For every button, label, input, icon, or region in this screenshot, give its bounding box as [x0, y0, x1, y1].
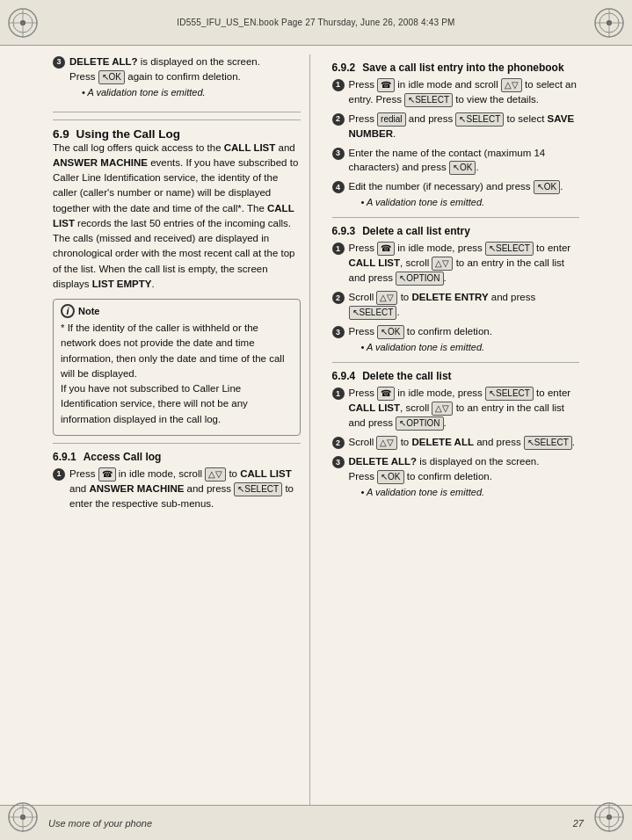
section-6-9-3-heading: 6.9.3 Delete a call list entry: [332, 225, 580, 237]
step-3-circle-693: 3: [332, 326, 345, 338]
section-6-9-2-num: 6.9.2: [332, 62, 356, 74]
select-key-693-1: ↖SELECT: [485, 242, 534, 256]
step-3-circle-692: 3: [332, 148, 345, 160]
section-6-9-4-step1: 1 Press ☎ in idle mode, press ↖SELECT to…: [332, 386, 580, 431]
step-2-circle-693: 2: [332, 292, 345, 304]
call-key-694: ☎: [377, 387, 395, 401]
note-box: i Note * If the identity of the caller i…: [53, 299, 301, 436]
section-6-9-4-step2: 2 Scroll △▽ to DELETE ALL and press ↖SEL…: [332, 435, 580, 450]
section-6-9-num: 6.9: [53, 127, 69, 141]
corner-decoration-tl: [6, 6, 40, 40]
scroll-key-693: △▽: [432, 257, 453, 271]
two-column-layout: 3 DELETE ALL? is displayed on the screen…: [53, 54, 579, 805]
select-key-692-1: ↖SELECT: [404, 93, 453, 107]
divider-4: [332, 362, 580, 363]
section-6-9-4-num: 6.9.4: [332, 370, 356, 382]
select-key-692-2: ↖SELECT: [455, 112, 504, 127]
section-6-9-1: 6.9.1 Access Call log 1 Press ☎ in idle …: [53, 451, 301, 511]
footer-bar: Use more of your phone 27: [0, 805, 632, 840]
section-6-9: 6.9 Using the Call Log The call log offe…: [53, 127, 301, 436]
ok-key-693: ↖OK: [377, 325, 403, 339]
section-6-9-3-step3: 3 Press ↖OK to confirm deletion. A valid…: [332, 324, 580, 355]
step-1-circle-694: 1: [332, 387, 345, 400]
main-content: 3 DELETE ALL? is displayed on the screen…: [53, 46, 579, 805]
step-4-692-text: Edit the number (if necessary) and press…: [349, 179, 563, 210]
divider-2: [53, 443, 301, 444]
scroll-key-693-2: △▽: [376, 291, 397, 305]
section-6-9-1-title: Access Call log: [84, 451, 162, 463]
step-3-693-text: Press ↖OK to confirm deletion. A validat…: [349, 324, 492, 355]
section-6-9-4-heading: 6.9.4 Delete the call list: [332, 370, 580, 382]
select-key-693-2: ↖SELECT: [349, 306, 397, 320]
step-1-692-text: Press ☎ in idle mode and scroll △▽ to se…: [349, 77, 580, 107]
section-6-9-2-heading: 6.9.2 Save a call list entry into the ph…: [332, 62, 580, 74]
step-1-circle-692: 1: [332, 79, 345, 91]
delete-all-continuation: 3 DELETE ALL? is displayed on the screen…: [53, 54, 301, 112]
section-6-9-3-step1: 1 Press ☎ in idle mode, press ↖SELECT to…: [332, 241, 580, 286]
section-6-9-4-title: Delete the call list: [362, 370, 451, 382]
select-key-694-1: ↖SELECT: [485, 387, 534, 401]
step-2-692-text: Press redial and press ↖SELECT to select…: [349, 112, 580, 141]
section-6-9-2-step4: 4 Edit the number (if necessary) and pre…: [332, 179, 580, 210]
step-1-text: Press ☎ in idle mode, scroll △▽ to CALL …: [69, 467, 301, 511]
select-key-694-2: ↖SELECT: [524, 436, 572, 450]
note-body: * If the identity of the caller is withh…: [61, 321, 293, 427]
step-1-circle-693: 1: [332, 243, 345, 255]
footer-right-text: 27: [573, 818, 584, 829]
step-4-circle-692: 4: [332, 181, 345, 193]
corner-decoration-bl: [6, 800, 40, 834]
delete-all-label: DELETE ALL?: [69, 56, 138, 67]
step-3-692-text: Enter the name of the contact (maximum 1…: [349, 146, 580, 176]
select-key-1: ↖SELECT: [234, 482, 282, 496]
section-6-9-1-heading: 6.9.1 Access Call log: [53, 451, 301, 463]
section-6-9-4-step3: 3 DELETE ALL? is displayed on the screen…: [332, 454, 580, 500]
section-6-9-2-step1: 1 Press ☎ in idle mode and scroll △▽ to …: [332, 77, 580, 107]
note-icon: i: [61, 304, 75, 318]
ok-key-1: ↖OK: [98, 70, 125, 84]
section-6-9-3-num: 6.9.3: [332, 225, 356, 237]
page-container: ID555_IFU_US_EN.book Page 27 Thursday, J…: [0, 0, 632, 840]
corner-decoration-tr: [592, 6, 626, 40]
step-3-number: 3: [53, 56, 65, 69]
section-6-9-2: 6.9.2 Save a call list entry into the ph…: [332, 62, 580, 210]
section-6-9-2-step3: 3 Enter the name of the contact (maximum…: [332, 146, 580, 176]
step-2-circle-694: 2: [332, 437, 345, 449]
step-1-circle: 1: [53, 468, 65, 481]
step-3-delete-all: 3 DELETE ALL? is displayed on the screen…: [53, 54, 301, 100]
step-2-693-text: Scroll △▽ to DELETE ENTRY and press ↖SEL…: [349, 290, 580, 320]
scroll-key-694-2: △▽: [376, 436, 397, 450]
scroll-key-694: △▽: [432, 402, 453, 416]
section-6-9-body: The call log offers quick access to the …: [53, 141, 301, 293]
validation-bullet-693: A validation tone is emitted.: [361, 341, 492, 355]
step-3-content: DELETE ALL? is displayed on the screen. …: [69, 54, 260, 100]
section-6-9-1-num: 6.9.1: [53, 451, 76, 463]
step-2-circle-692: 2: [332, 113, 345, 126]
section-6-9-3: 6.9.3 Delete a call list entry 1 Press ☎…: [332, 225, 580, 355]
section-6-9-title: Using the Call Log: [73, 127, 180, 141]
redial-key: redial: [377, 112, 405, 127]
ok-key-694: ↖OK: [377, 470, 403, 484]
option-key-694: ↖OPTION: [396, 416, 443, 431]
section-6-9-3-title: Delete a call list entry: [362, 225, 470, 237]
section-6-9-2-title: Save a call list entry into the phoneboo…: [362, 62, 563, 74]
footer-left-text: Use more of your phone: [48, 818, 152, 829]
note-title: i Note: [61, 304, 293, 318]
call-key-1: ☎: [98, 467, 116, 482]
ok-key-692-1: ↖OK: [449, 161, 476, 175]
call-key-693: ☎: [377, 242, 395, 256]
section-6-9-heading: 6.9 Using the Call Log: [53, 127, 301, 141]
validation-bullet-1: A validation tone is emitted.: [82, 86, 260, 100]
scroll-key-692: △▽: [501, 78, 522, 92]
step-3-circle-694: 3: [332, 456, 345, 468]
step-2-694-text: Scroll △▽ to DELETE ALL and press ↖SELEC…: [349, 435, 575, 450]
validation-bullet-692: A validation tone is emitted.: [361, 196, 563, 210]
left-column: 3 DELETE ALL? is displayed on the screen…: [53, 54, 310, 805]
header-bar: ID555_IFU_US_EN.book Page 27 Thursday, J…: [0, 0, 632, 46]
divider-1: [53, 119, 301, 120]
section-6-9-2-step2: 2 Press redial and press ↖SELECT to sele…: [332, 112, 580, 141]
option-key-693: ↖OPTION: [396, 272, 443, 286]
section-6-9-3-step2: 2 Scroll △▽ to DELETE ENTRY and press ↖S…: [332, 290, 580, 320]
divider-3: [332, 217, 580, 218]
note-label: Note: [78, 306, 99, 316]
header-text: ID555_IFU_US_EN.book Page 27 Thursday, J…: [177, 18, 454, 27]
